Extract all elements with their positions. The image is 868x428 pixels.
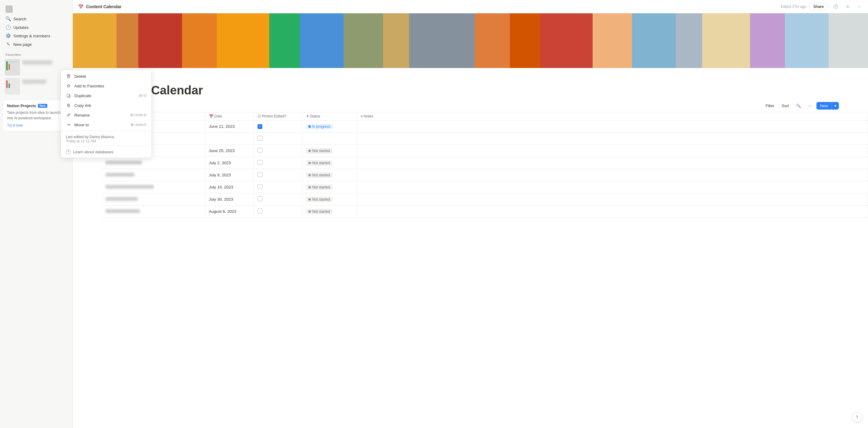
- ctx-rename[interactable]: Rename ⌘+Shift+R: [61, 110, 151, 120]
- favorites-item-2[interactable]: [2, 77, 70, 96]
- cell-status-3: Not started: [302, 145, 356, 157]
- new-button-chevron[interactable]: ▾: [832, 102, 839, 110]
- ctx-delete-label: Delete: [74, 74, 86, 79]
- table-row[interactable]: June 11, 2023✓In progress: [102, 120, 868, 133]
- history-button[interactable]: 🕐: [831, 3, 840, 10]
- table-row[interactable]: June 25, 2023Not started: [102, 145, 868, 157]
- table-row[interactable]: July 30, 2023Not started: [102, 193, 868, 205]
- cell-status-2: [302, 133, 356, 145]
- ctx-move-label: Move to: [74, 123, 89, 127]
- ctx-meta: Last edited by Danny Maiorca Today at 11…: [61, 132, 151, 144]
- ctx-meta-title: Last edited by Danny Maiorca: [66, 135, 147, 139]
- copy-icon: [66, 93, 71, 98]
- cell-photos-4[interactable]: [253, 157, 302, 169]
- status-badge-1: In progress: [306, 124, 333, 129]
- ctx-delete[interactable]: Delete: [61, 72, 151, 81]
- cell-notes-4: [356, 157, 868, 169]
- ctx-move-shortcut: ⌘+Shift+P: [130, 123, 147, 127]
- photos-col-icon: ☑: [257, 114, 262, 118]
- status-dot-4: [308, 162, 311, 164]
- ctx-move-to[interactable]: Move to ⌘+Shift+P: [61, 120, 151, 130]
- sidebar-top: 🔍 Search 🕐 Updates ⚙️ Settings & members…: [0, 0, 72, 50]
- cell-status-1: In progress: [302, 120, 356, 133]
- page-icon: 📅: [78, 4, 84, 10]
- checkbox-5[interactable]: [257, 172, 262, 177]
- status-dot-7: [308, 198, 311, 201]
- col-header-notes[interactable]: ≡ Notes: [356, 112, 868, 120]
- ctx-help-label: Learn about databases: [73, 150, 114, 154]
- db-toolbar: Filter Sort 🔍 ··· New ▾: [73, 99, 868, 112]
- checkbox-7[interactable]: [257, 196, 262, 201]
- col-header-photos[interactable]: ☑ Photos Edited?: [253, 112, 302, 120]
- sidebar-item-updates[interactable]: 🕐 Updates: [2, 23, 70, 32]
- checkbox-1[interactable]: ✓: [257, 124, 262, 129]
- more-db-button[interactable]: ···: [806, 102, 814, 109]
- cell-date-4: July 2, 2023: [205, 157, 253, 169]
- sidebar: 🔍 Search 🕐 Updates ⚙️ Settings & members…: [0, 0, 73, 428]
- favorites-label: Favorites: [2, 50, 70, 58]
- help-button[interactable]: ?: [852, 412, 862, 422]
- ctx-duplicate[interactable]: Duplicate ⌘+D: [61, 91, 151, 101]
- sidebar-settings-label: Settings & members: [13, 34, 50, 38]
- cell-photos-6[interactable]: [253, 181, 302, 193]
- cell-name-4: [102, 157, 205, 169]
- checkbox-6[interactable]: [257, 184, 262, 189]
- page-menu-bar: ...: [73, 68, 868, 74]
- context-menu: Delete Add to Favorites Duplicate ⌘+D Co…: [61, 70, 152, 158]
- checkbox-8[interactable]: [257, 208, 262, 213]
- cell-photos-8[interactable]: [253, 205, 302, 218]
- banner-image: [73, 13, 868, 68]
- promo-try-link[interactable]: Try it now: [7, 123, 65, 127]
- ctx-copy-link[interactable]: Copy link: [61, 101, 151, 110]
- status-badge-4: Not started: [306, 160, 333, 166]
- ctx-help[interactable]: ? Learn about databases: [61, 147, 151, 156]
- sidebar-newpage-label: New page: [13, 42, 32, 47]
- col-header-status[interactable]: ✦ Status: [302, 112, 356, 120]
- ctx-duplicate-label: Duplicate: [74, 93, 91, 98]
- ctx-rename-label: Rename: [74, 113, 90, 117]
- sidebar-item-search[interactable]: 🔍 Search: [2, 15, 70, 23]
- table-row[interactable]: [102, 133, 868, 145]
- favorites-item-1[interactable]: [2, 58, 70, 77]
- new-button[interactable]: New: [816, 102, 832, 110]
- cell-photos-7[interactable]: [253, 193, 302, 205]
- table-row[interactable]: July 9, 2023Not started: [102, 169, 868, 181]
- cell-date-5: July 9, 2023: [205, 169, 253, 181]
- table-row[interactable]: August 6, 2023Not started: [102, 205, 868, 218]
- table-body: June 11, 2023✓In progressJune 25, 2023No…: [102, 120, 868, 218]
- status-badge-8: Not started: [306, 209, 333, 214]
- cell-photos-3[interactable]: [253, 145, 302, 157]
- more-options-button[interactable]: ···: [855, 3, 863, 10]
- ctx-add-favorites[interactable]: Add to Favorites: [61, 81, 151, 91]
- edit-icon: [66, 112, 71, 118]
- checkbox-4[interactable]: [257, 160, 262, 165]
- share-button[interactable]: Share: [809, 3, 828, 10]
- col-header-date[interactable]: 📅 Date: [205, 112, 253, 120]
- cell-date-7: July 30, 2023: [205, 193, 253, 205]
- search-db-button[interactable]: 🔍: [794, 102, 803, 109]
- cell-name-8: [102, 205, 205, 218]
- page-title-area: Content Calendar: [73, 74, 868, 99]
- cell-photos-1[interactable]: ✓: [253, 120, 302, 133]
- sidebar-item-settings[interactable]: ⚙️ Settings & members: [2, 32, 70, 40]
- favorite-button[interactable]: ☆: [843, 3, 852, 10]
- promo-box: Notion Projects New Take projects from i…: [2, 99, 70, 132]
- table-row[interactable]: July 2, 2023Not started: [102, 157, 868, 169]
- ctx-favorites-label: Add to Favorites: [74, 84, 104, 88]
- checkbox-2[interactable]: [257, 136, 262, 141]
- checkbox-3[interactable]: [257, 148, 262, 153]
- cell-photos-5[interactable]: [253, 169, 302, 181]
- topbar: 📅 Content Calendar Edited 27m ago Share …: [73, 0, 868, 13]
- page-title: Content Calendar: [102, 84, 839, 97]
- cell-photos-2[interactable]: [253, 133, 302, 145]
- table-row[interactable]: July 16, 2023Not started: [102, 181, 868, 193]
- sort-button[interactable]: Sort: [779, 102, 791, 109]
- filter-button[interactable]: Filter: [763, 102, 777, 109]
- cell-notes-8: [356, 205, 868, 218]
- fav-title-2: [22, 80, 46, 84]
- workspace-item[interactable]: [2, 4, 70, 15]
- cell-status-4: Not started: [302, 157, 356, 169]
- status-dot-5: [308, 174, 311, 176]
- topbar-edited: Edited 27m ago: [781, 5, 806, 9]
- sidebar-item-new-page[interactable]: ✎ New page: [2, 40, 70, 49]
